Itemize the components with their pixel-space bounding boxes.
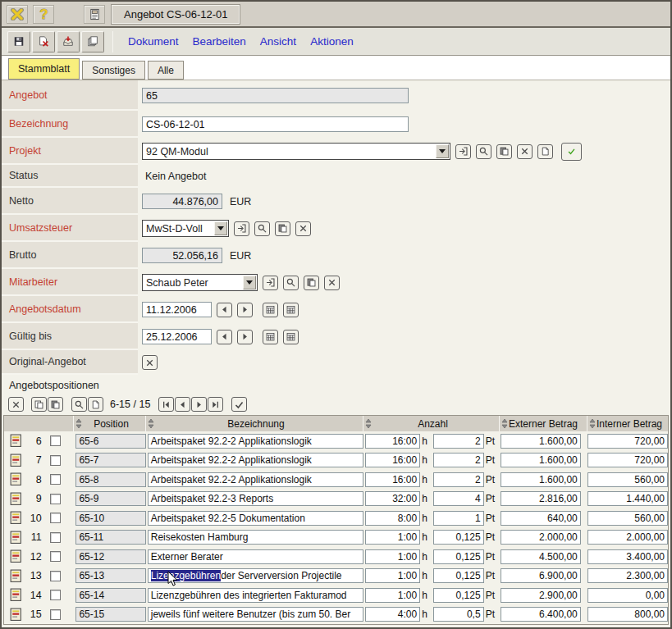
chevron-down-icon[interactable]	[243, 276, 256, 289]
quantity-field[interactable]: 0,125	[433, 588, 484, 603]
row-checkbox[interactable]	[50, 474, 61, 485]
quantity-field[interactable]: 0,125	[433, 549, 484, 564]
row-checkbox[interactable]	[50, 455, 61, 466]
row-checkbox[interactable]	[50, 609, 61, 620]
column-header-externer-betrag[interactable]: Externer Betrag	[508, 418, 578, 430]
umsatzsteuer-goto-button[interactable]	[234, 221, 249, 236]
positions-clear-button[interactable]	[8, 397, 24, 412]
open-position-button[interactable]	[7, 549, 27, 563]
sort-icon[interactable]	[589, 418, 596, 429]
angebotsdatum-calendar-week-button[interactable]	[283, 303, 299, 317]
open-position-button[interactable]	[7, 492, 27, 506]
open-position-button[interactable]	[7, 454, 27, 467]
checkin-button[interactable]	[57, 31, 80, 52]
time-field[interactable]: 16:00	[365, 472, 421, 487]
interner-betrag-field[interactable]: 1.440,00	[587, 491, 668, 506]
umsatzsteuer-select[interactable]: MwSt-D-Voll	[142, 220, 229, 237]
positions-confirm-button[interactable]	[231, 397, 247, 412]
menu-bearbeiten[interactable]: Bearbeiten	[193, 35, 246, 48]
column-header-interner-betrag[interactable]: Interner Betrag	[596, 418, 662, 430]
menu-dokument[interactable]: Dokument	[128, 35, 179, 48]
open-position-button[interactable]	[7, 608, 27, 622]
quantity-field[interactable]: 4	[433, 491, 484, 506]
mitarbeiter-clear-button[interactable]	[324, 276, 340, 290]
umsatzsteuer-clone-button[interactable]	[275, 221, 290, 236]
last-page-button[interactable]	[208, 397, 223, 412]
column-header-position[interactable]: Position	[82, 418, 145, 430]
quantity-field[interactable]: 0,125	[433, 530, 484, 545]
time-field[interactable]: 4:00	[365, 607, 421, 622]
menu-ansicht[interactable]: Ansicht	[260, 35, 296, 48]
externer-betrag-field[interactable]: 640,00	[501, 511, 581, 526]
bezeichnung-field[interactable]: Arbeitspaket 92.2-2 Applikationslogik	[148, 453, 363, 467]
quantity-field[interactable]: 2	[433, 472, 484, 487]
interner-betrag-field[interactable]: 2.000,00	[587, 530, 668, 545]
open-position-button[interactable]	[7, 531, 27, 545]
time-field[interactable]: 8:00	[365, 511, 421, 526]
projekt-new-button[interactable]	[537, 144, 553, 159]
bezeichnung-field[interactable]: Reisekosten Hamburg	[148, 530, 363, 545]
mitarbeiter-clone-button[interactable]	[304, 276, 319, 290]
tab-alle[interactable]: Alle	[148, 61, 184, 80]
externer-betrag-field[interactable]: 1.600,00	[501, 434, 581, 449]
interner-betrag-field[interactable]: 0,00	[587, 588, 668, 603]
interner-betrag-field[interactable]: 560,00	[587, 511, 668, 526]
umsatzsteuer-clear-button[interactable]	[295, 221, 311, 236]
open-position-button[interactable]	[7, 434, 27, 448]
projekt-goto-button[interactable]	[455, 144, 471, 159]
next-page-button[interactable]	[191, 397, 207, 412]
open-position-button[interactable]	[7, 511, 27, 525]
chevron-down-icon[interactable]	[214, 221, 227, 235]
bezeichnung-field[interactable]: jeweils fünf weitere Benutzer (bis zum 5…	[148, 607, 363, 622]
mitarbeiter-select[interactable]: Schaub Peter	[142, 274, 258, 291]
interner-betrag-field[interactable]: 560,00	[587, 472, 668, 487]
interner-betrag-field[interactable]: 800,00	[587, 607, 668, 622]
quantity-field[interactable]: 0,5	[433, 607, 484, 622]
interner-betrag-field[interactable]: 720,00	[587, 453, 668, 467]
column-header-anzahl[interactable]: Anzahl	[372, 418, 499, 430]
mitarbeiter-goto-button[interactable]	[263, 276, 278, 290]
row-checkbox[interactable]	[50, 590, 61, 600]
gueltig-bis-next-button[interactable]	[237, 330, 253, 344]
bezeichnung-field[interactable]: Arbeitspaket 92.2-2 Applikationslogik	[148, 472, 363, 487]
interner-betrag-field[interactable]: 720,00	[587, 434, 668, 449]
gueltig-bis-input[interactable]: 25.12.2006	[142, 329, 212, 344]
open-position-button[interactable]	[7, 569, 27, 583]
close-button[interactable]	[7, 5, 28, 24]
externer-betrag-field[interactable]: 1.600,00	[501, 453, 581, 467]
externer-betrag-field[interactable]: 4.500,00	[501, 549, 581, 564]
projekt-select[interactable]: 92 QM-Modul	[142, 143, 450, 160]
delete-document-button[interactable]	[32, 31, 55, 52]
tab-stammblatt[interactable]: Stammblatt	[8, 58, 80, 80]
positions-copy-button[interactable]	[31, 397, 47, 412]
gueltig-bis-calendar-week-button[interactable]	[283, 330, 299, 344]
interner-betrag-field[interactable]: 3.400,00	[587, 549, 668, 564]
angebotsdatum-prev-button[interactable]	[217, 303, 232, 317]
sort-icon[interactable]	[365, 418, 372, 429]
bezeichnung-field[interactable]: Arbeitspaket 92.2-3 Reports	[148, 491, 363, 506]
row-checkbox[interactable]	[50, 532, 61, 543]
bezeichnung-field[interactable]: Lizenzgebühren der Serverversion Project…	[148, 568, 363, 583]
row-checkbox[interactable]	[50, 494, 61, 504]
menu-aktionen[interactable]: Aktionen	[310, 35, 354, 48]
column-header-bezeichnung[interactable]: Bezeichnung	[154, 418, 363, 430]
mitarbeiter-search-button[interactable]	[283, 276, 299, 290]
sort-icon[interactable]	[148, 418, 154, 429]
angebotsdatum-calendar-button[interactable]	[263, 303, 278, 317]
time-field[interactable]: 16:00	[365, 434, 421, 449]
externer-betrag-field[interactable]: 2.000,00	[501, 530, 581, 545]
prev-page-button[interactable]	[175, 397, 190, 412]
row-checkbox[interactable]	[50, 435, 61, 446]
time-field[interactable]: 1:00	[365, 588, 421, 603]
externer-betrag-field[interactable]: 6.400,00	[501, 607, 581, 622]
chevron-down-icon[interactable]	[436, 144, 449, 158]
bezeichnung-input[interactable]: CS-06-12-01	[142, 116, 409, 132]
positions-new-button[interactable]	[88, 397, 103, 412]
projekt-clone-button[interactable]	[496, 144, 512, 159]
first-page-button[interactable]	[158, 397, 174, 412]
externer-betrag-field[interactable]: 1.600,00	[501, 472, 581, 487]
projekt-clear-button[interactable]	[517, 144, 533, 159]
angebotsdatum-input[interactable]: 11.12.2006	[142, 302, 212, 317]
original-angebot-checkbox[interactable]	[142, 355, 158, 370]
quantity-field[interactable]: 0,125	[433, 568, 484, 583]
